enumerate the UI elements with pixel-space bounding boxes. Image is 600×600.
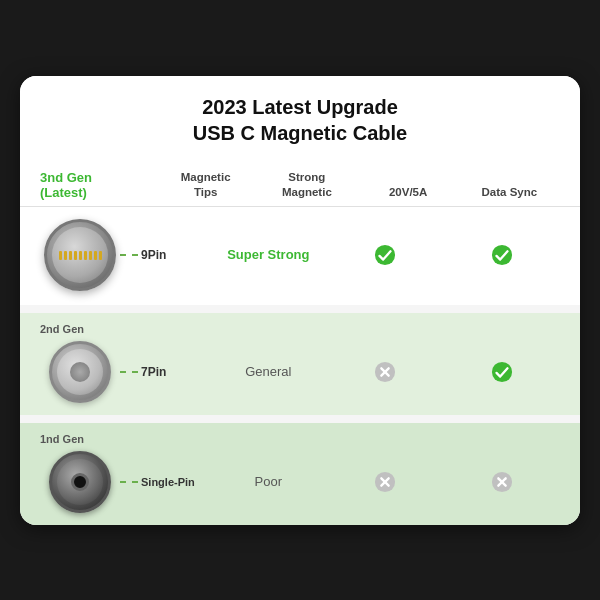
x-icon-gray: [374, 361, 396, 383]
gen3-row: 9Pin Super Strong: [40, 219, 560, 291]
gen3-sync-col: [443, 244, 560, 266]
col-20v5a: 20V/5A: [358, 185, 459, 200]
gen1-section: 1nd Gen Single-Pin Poor: [20, 423, 580, 525]
check-icon-green: [374, 244, 396, 266]
gen-column-header: 3nd Gen(Latest): [40, 170, 155, 200]
check-icon-green-3: [491, 361, 513, 383]
gen2-20v-col: [327, 361, 444, 383]
gen1-sync-col: [443, 471, 560, 493]
card-header: 2023 Latest Upgrade USB C Magnetic Cable: [20, 76, 580, 160]
gen3-strong-col: Super Strong: [210, 244, 327, 266]
gen1-data-cols: Poor: [210, 471, 560, 493]
gen1-label: 1nd Gen: [40, 433, 560, 445]
gen2-pin-label: 7Pin: [141, 365, 166, 379]
gen2-strong-col: General: [210, 361, 327, 383]
svg-point-1: [492, 244, 512, 264]
gen1-row: Single-Pin Poor: [40, 451, 560, 513]
gen2-data-cols: General: [210, 361, 560, 383]
gen3-20v-col: [327, 244, 444, 266]
main-title: 2023 Latest Upgrade USB C Magnetic Cable: [40, 94, 560, 146]
product-card: 2023 Latest Upgrade USB C Magnetic Cable…: [20, 76, 580, 525]
gen3-section: 9Pin Super Strong: [20, 207, 580, 305]
svg-point-0: [375, 244, 395, 264]
x-icon-gray-3: [491, 471, 513, 493]
col-strong-magnetic: Strong Magnetic: [256, 170, 357, 200]
check-icon-green-2: [491, 244, 513, 266]
gen1-pin-area: Single-Pin: [120, 476, 210, 488]
x-icon-gray-2: [374, 471, 396, 493]
gen2-label: 2nd Gen: [40, 323, 560, 335]
disc-3rd: [44, 219, 116, 291]
gen2-row: 7Pin General: [40, 341, 560, 403]
gen2-section: 2nd Gen 7Pin General: [20, 313, 580, 415]
gen1-device: [40, 451, 120, 513]
gen3-pin-area: 9Pin: [120, 248, 210, 262]
gen3-data-cols: Super Strong: [210, 244, 560, 266]
col-data-sync: Data Sync: [459, 185, 560, 200]
col-magnetic-tips: Magnetic Tips: [155, 170, 256, 200]
gen1-20v-col: [327, 471, 444, 493]
svg-point-5: [492, 361, 512, 381]
disc-1st: [49, 451, 111, 513]
gen3-device: [40, 219, 120, 291]
gen1-pin-label: Single-Pin: [141, 476, 195, 488]
column-headers: 3nd Gen(Latest) Magnetic Tips Strong Mag…: [20, 160, 580, 207]
gen2-pin-area: 7Pin: [120, 365, 210, 379]
gen2-sync-col: [443, 361, 560, 383]
gen3-pin-label: 9Pin: [141, 248, 166, 262]
gen2-device: [40, 341, 120, 403]
gen1-strong-col: Poor: [210, 471, 327, 493]
disc-2nd: [49, 341, 111, 403]
